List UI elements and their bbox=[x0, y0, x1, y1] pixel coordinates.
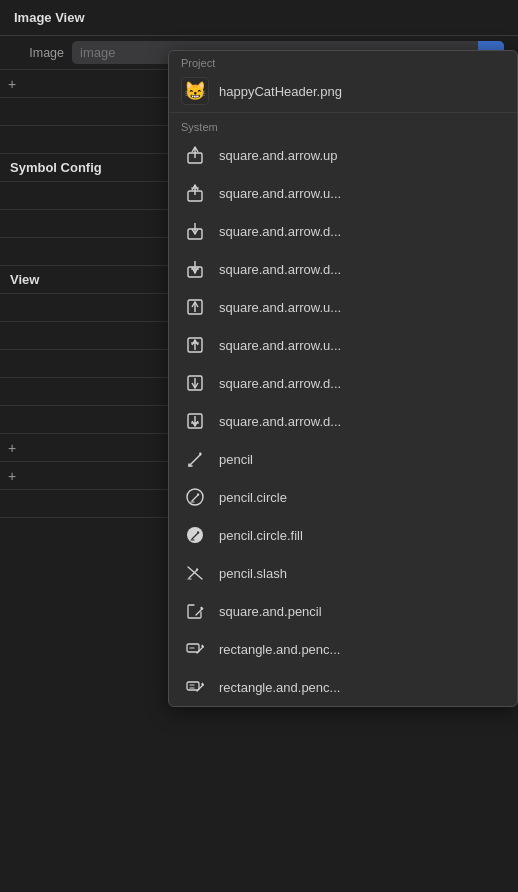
symbol-config-label: Symbol Config bbox=[10, 160, 102, 175]
pencil-circle-fill-text: pencil.circle.fill bbox=[219, 528, 303, 543]
highlighted-plus-button[interactable]: + bbox=[8, 76, 16, 92]
dropdown-item-pencil-circle[interactable]: pencil.circle bbox=[169, 478, 517, 516]
dropdown-item-sq-arrow-d2[interactable]: square.and.arrow.d... bbox=[169, 250, 517, 288]
svg-line-25 bbox=[192, 495, 198, 501]
dropdown-item-rect-pencil1[interactable]: rectangle.and.penc... bbox=[169, 630, 517, 668]
sq-arrow-u3-icon bbox=[181, 331, 209, 359]
rect-pencil1-text: rectangle.and.penc... bbox=[219, 642, 340, 657]
svg-marker-40 bbox=[201, 645, 204, 649]
dropdown-divider bbox=[169, 112, 517, 113]
sq-arrow-d4-icon bbox=[181, 407, 209, 435]
sq-arrow-d3-text: square.and.arrow.d... bbox=[219, 376, 341, 391]
pencil-slash-text: pencil.slash bbox=[219, 566, 287, 581]
svg-line-45 bbox=[197, 685, 203, 691]
dropdown-item-happy-cat[interactable]: 😸 happyCatHeader.png bbox=[169, 72, 517, 110]
panel-header: Image View bbox=[0, 0, 518, 36]
sq-arrow-up-text: square.and.arrow.up bbox=[219, 148, 338, 163]
pencil-circle-fill-icon bbox=[181, 521, 209, 549]
rect-pencil2-text: rectangle.and.penc... bbox=[219, 680, 340, 695]
happy-cat-emoji: 😸 bbox=[184, 80, 206, 102]
svg-point-28 bbox=[187, 527, 203, 543]
sq-arrow-u1-icon bbox=[181, 179, 209, 207]
svg-marker-37 bbox=[200, 607, 204, 611]
rect-pencil1-icon bbox=[181, 635, 209, 663]
svg-point-24 bbox=[187, 489, 203, 505]
dropdown-item-sq-arrow-u3[interactable]: square.and.arrow.u... bbox=[169, 326, 517, 364]
pencil-text: pencil bbox=[219, 452, 253, 467]
sq-arrow-d3-icon bbox=[181, 369, 209, 397]
sq-arrow-u1-text: square.and.arrow.u... bbox=[219, 186, 341, 201]
pencil-icon bbox=[181, 445, 209, 473]
pencil-circle-icon bbox=[181, 483, 209, 511]
svg-rect-42 bbox=[187, 682, 199, 690]
sq-pencil-text: square.and.pencil bbox=[219, 604, 322, 619]
dropdown-item-sq-arrow-d1[interactable]: square.and.arrow.d... bbox=[169, 212, 517, 250]
sq-arrow-d4-text: square.and.arrow.d... bbox=[219, 414, 341, 429]
happy-cat-text: happyCatHeader.png bbox=[219, 84, 342, 99]
image-dropdown: Project 😸 happyCatHeader.png System squa… bbox=[168, 50, 518, 707]
sq-arrow-u2-icon bbox=[181, 293, 209, 321]
svg-line-20 bbox=[190, 455, 200, 465]
view-section-label: View bbox=[10, 272, 39, 287]
sq-pencil-icon bbox=[181, 597, 209, 625]
dropdown-item-pencil-slash[interactable]: pencil.slash bbox=[169, 554, 517, 592]
image-label: Image bbox=[14, 46, 64, 60]
sq-arrow-d1-text: square.and.arrow.d... bbox=[219, 224, 341, 239]
dropdown-item-sq-arrow-u1[interactable]: square.and.arrow.u... bbox=[169, 174, 517, 212]
svg-marker-46 bbox=[201, 683, 204, 687]
dropdown-item-sq-arrow-d4[interactable]: square.and.arrow.d... bbox=[169, 402, 517, 440]
background-plus-button[interactable]: + bbox=[8, 440, 16, 456]
dropdown-item-sq-arrow-d3[interactable]: square.and.arrow.d... bbox=[169, 364, 517, 402]
rect-pencil2-icon bbox=[181, 673, 209, 701]
dropdown-item-rect-pencil2[interactable]: rectangle.and.penc... bbox=[169, 668, 517, 706]
pencil-slash-icon bbox=[181, 559, 209, 587]
pencil-circle-text: pencil.circle bbox=[219, 490, 287, 505]
happy-cat-icon: 😸 bbox=[181, 77, 209, 105]
dropdown-item-pencil[interactable]: pencil bbox=[169, 440, 517, 478]
dropdown-project-header: Project bbox=[169, 51, 517, 72]
sq-arrow-d1-icon bbox=[181, 217, 209, 245]
svg-line-39 bbox=[197, 647, 203, 653]
app-window: Image View Image ▾ + Highlighted State A… bbox=[0, 0, 518, 892]
dropdown-item-sq-pencil[interactable]: square.and.pencil bbox=[169, 592, 517, 630]
sq-arrow-d2-icon bbox=[181, 255, 209, 283]
dropdown-item-sq-arrow-up[interactable]: square.and.arrow.up bbox=[169, 136, 517, 174]
sq-arrow-u2-text: square.and.arrow.u... bbox=[219, 300, 341, 315]
sq-arrow-d2-text: square.and.arrow.d... bbox=[219, 262, 341, 277]
dropdown-system-header: System bbox=[169, 115, 517, 136]
panel-title: Image View bbox=[14, 10, 85, 25]
sq-arrow-u3-text: square.and.arrow.u... bbox=[219, 338, 341, 353]
dropdown-item-pencil-circle-fill[interactable]: pencil.circle.fill bbox=[169, 516, 517, 554]
sq-arrow-up-icon bbox=[181, 141, 209, 169]
dropdown-item-sq-arrow-u2[interactable]: square.and.arrow.u... bbox=[169, 288, 517, 326]
tint-plus-button[interactable]: + bbox=[8, 468, 16, 484]
